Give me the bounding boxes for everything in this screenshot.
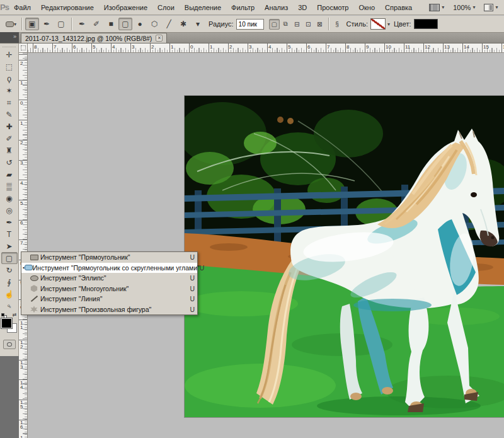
hand-tool[interactable]: ☝ xyxy=(1,288,18,300)
h-ruler-label: 3 xyxy=(249,44,251,50)
type-tool[interactable]: T xyxy=(1,228,18,240)
clone-stamp-tool[interactable]: ♜ xyxy=(1,144,18,156)
brush-tool[interactable]: ✐ xyxy=(1,132,18,144)
ellipse-tool-button[interactable]: ● xyxy=(133,18,147,30)
eyedropper-tool[interactable]: ✎ xyxy=(1,108,18,120)
document-tab-strip: » 2011-07-13_143122.jpg @ 100% (RGB/8#) … xyxy=(0,33,504,43)
eraser-tool[interactable]: ▰ xyxy=(1,168,18,180)
h-ruler-label: 1 xyxy=(210,44,212,50)
dodge-tool[interactable]: ◎ xyxy=(1,204,18,216)
flyout-item-label: Инструмент "Прямоугольник" xyxy=(40,253,187,261)
panel-grip[interactable] xyxy=(3,43,16,47)
launch-bridge-button[interactable]: ▾ xyxy=(425,4,449,11)
document-tab[interactable]: 2011-07-13_143122.jpg @ 100% (RGB/8#) × xyxy=(21,33,167,43)
v-ruler-label: 12 xyxy=(20,340,25,349)
menu-item-7[interactable]: 3D xyxy=(293,2,312,13)
exclude-shape-button[interactable]: ⊠ xyxy=(314,19,325,30)
shape-layers-button[interactable]: ▣ xyxy=(25,18,39,30)
line-tool-button[interactable]: ╱ xyxy=(162,18,176,30)
gradient-tool[interactable]: ▒ xyxy=(1,180,18,192)
menu-item-6[interactable]: Анализ xyxy=(260,2,293,13)
dodge-tool-icon: ◎ xyxy=(6,206,12,215)
document-title: 2011-07-13_143122.jpg @ 100% (RGB/8#) xyxy=(25,35,152,42)
zoom-tool[interactable]: ♀ xyxy=(1,300,18,312)
flyout-item-1[interactable]: •Инструмент "Прямоугольник со скругленны… xyxy=(21,263,197,274)
h-ruler-label: 3 xyxy=(132,44,134,50)
flyout-item-3[interactable]: Инструмент "Многоугольник"U xyxy=(21,284,197,294)
h-ruler-label: 2 xyxy=(151,44,154,50)
tool-preset-picker[interactable]: ▾ xyxy=(4,18,18,30)
v-ruler-label: 4 xyxy=(20,181,25,185)
menu-item-4[interactable]: Выделение xyxy=(180,2,226,13)
flyout-item-2[interactable]: Инструмент "Эллипс"U xyxy=(21,273,197,284)
new-shape-layer-button[interactable]: ▢ xyxy=(269,19,280,30)
zoom-level-control[interactable]: 100% ▾ xyxy=(449,4,479,11)
menu-item-3[interactable]: Слои xyxy=(152,2,180,13)
h-ruler-label: 6 xyxy=(73,44,76,50)
menu-item-10[interactable]: Справка xyxy=(380,2,417,13)
foreground-color-swatch[interactable] xyxy=(1,318,12,328)
menu-item-0[interactable]: Файл xyxy=(9,2,36,13)
close-icon[interactable]: × xyxy=(156,35,163,42)
menu-item-9[interactable]: Окно xyxy=(354,2,381,13)
photoshop-logo: Ps xyxy=(0,3,9,12)
flyout-item-4[interactable]: Инструмент "Линия"U xyxy=(21,294,197,304)
3d-orbit-tool-icon: ∮ xyxy=(7,278,11,287)
menu-item-5[interactable]: Фильтр xyxy=(226,2,260,13)
rounded-rectangle-tool[interactable]: ▢ xyxy=(1,252,18,264)
blur-tool[interactable]: ◉ xyxy=(1,192,18,204)
swap-colors-icon[interactable]: ⇄ xyxy=(13,312,17,318)
freeform-pen-tool-button[interactable]: ✐ xyxy=(89,18,103,30)
quick-mask-button[interactable] xyxy=(3,340,16,349)
h-ruler-label: 1 xyxy=(171,44,173,50)
v-ruler-label: 13 xyxy=(20,360,25,369)
shape-list-arrow[interactable]: ▾ xyxy=(191,18,205,30)
3d-orbit-tool[interactable]: ∮ xyxy=(1,276,18,288)
rectangle-tool-button[interactable]: ■ xyxy=(104,18,118,30)
pen-tool-button[interactable]: ✒ xyxy=(75,18,89,30)
v-ruler-label: 1 xyxy=(20,121,25,125)
style-picker-no-style[interactable] xyxy=(370,18,386,30)
quick-selection-tool[interactable]: ✶ xyxy=(1,84,18,96)
paths-button[interactable]: ✒ xyxy=(40,18,54,30)
shape-color-swatch[interactable] xyxy=(414,19,438,29)
rectangular-marquee-tool[interactable]: ⬚ xyxy=(1,61,18,72)
path-selection-tool[interactable]: ➤ xyxy=(1,240,18,252)
crop-tool[interactable]: ⌗ xyxy=(1,96,18,108)
default-colors-icon[interactable] xyxy=(1,313,7,318)
ruler-origin-corner[interactable] xyxy=(19,43,28,53)
spot-healing-brush-tool-icon: ✚ xyxy=(6,122,12,131)
fill-pixels-button[interactable]: ▢ xyxy=(54,18,68,30)
polygon-tool-button[interactable]: ⬡ xyxy=(147,18,161,30)
menu-item-2[interactable]: Изображение xyxy=(99,2,152,13)
history-brush-tool[interactable]: ↺ xyxy=(1,156,18,168)
menu-item-8[interactable]: Просмотр xyxy=(312,2,353,13)
subtract-from-shape-button[interactable]: ⊟ xyxy=(292,19,302,30)
3d-rotate-tool[interactable]: ↻ xyxy=(1,264,18,276)
canvas-document[interactable] xyxy=(185,96,504,417)
blur-tool-icon: ◉ xyxy=(6,194,12,203)
spot-healing-brush-tool[interactable]: ✚ xyxy=(1,120,18,132)
flyout-item-0[interactable]: Инструмент "Прямоугольник"U xyxy=(21,252,197,263)
lasso-tool[interactable]: ϙ xyxy=(1,72,18,84)
radius-input[interactable] xyxy=(236,19,264,30)
move-tool[interactable]: ✛ xyxy=(1,49,18,61)
custom-shape-tool-button[interactable]: ✱ xyxy=(176,18,190,30)
rounded-rectangle-tool-button[interactable]: ▢ xyxy=(118,18,132,30)
flyout-item-5[interactable]: Инструмент "Произвольная фигура"U xyxy=(21,304,197,315)
arrange-documents-button[interactable]: ▾ xyxy=(479,4,502,11)
add-to-shape-button[interactable]: ⧉ xyxy=(280,19,291,30)
circle-icon xyxy=(7,342,12,347)
h-ruler-label: 8 xyxy=(346,44,349,50)
chevron-down-icon: ▾ xyxy=(387,21,390,27)
flyout-item-shortcut: U xyxy=(200,264,205,272)
collapse-tools-chevron[interactable]: » xyxy=(0,32,19,43)
v-ruler-label: 7 xyxy=(20,241,25,245)
gradient-tool-icon: ▒ xyxy=(6,182,12,191)
link-icon[interactable]: § xyxy=(332,19,343,30)
pen-tool[interactable]: ✒ xyxy=(1,216,18,228)
history-brush-tool-icon: ↺ xyxy=(6,158,12,167)
move-tool-icon: ✛ xyxy=(6,50,12,59)
menu-item-1[interactable]: Редактирование xyxy=(36,2,99,13)
intersect-shape-button[interactable]: ⊡ xyxy=(303,19,314,30)
